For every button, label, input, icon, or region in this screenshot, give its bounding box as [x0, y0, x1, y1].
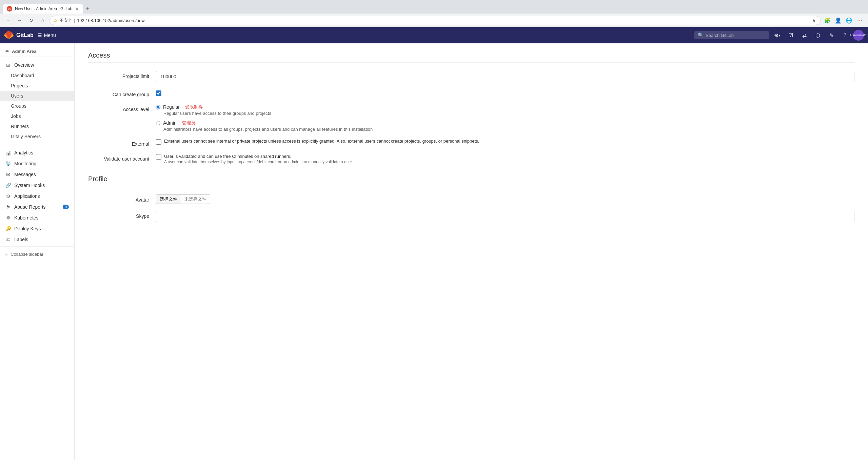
sidebar-separator-2	[0, 246, 74, 247]
more-options-button[interactable]: ⋯	[855, 16, 865, 25]
can-create-group-label: Can create group	[88, 89, 156, 97]
validate-checkbox-wrapper: User is validated and can use free CI mi…	[156, 153, 854, 164]
sidebar-item-system-hooks[interactable]: 🔗 System Hooks	[0, 180, 74, 191]
extensions-button[interactable]: 🧩	[823, 16, 832, 25]
security-label: 不安全	[60, 18, 72, 23]
file-choose-button[interactable]: 选择文件	[156, 194, 181, 204]
gitlab-logo-icon	[4, 30, 14, 40]
sidebar-item-gitaly[interactable]: Gitaly Servers	[0, 131, 74, 142]
abuse-reports-label: Abuse Reports	[14, 204, 59, 210]
user-avatar[interactable]: Administrator	[853, 30, 864, 41]
help-button[interactable]: ?	[840, 30, 850, 41]
skype-label: Skype	[88, 211, 156, 219]
translate-button[interactable]: 🌐	[844, 16, 854, 25]
key-icon: 🔑	[5, 226, 11, 231]
search-icon: 🔍	[698, 33, 704, 38]
menu-label: Menu	[44, 33, 56, 38]
gitlab-logo: GitLab	[4, 30, 34, 40]
regular-radio[interactable]	[156, 105, 160, 109]
messages-label: Messages	[14, 172, 69, 177]
avatar-text: Administrator	[850, 34, 868, 37]
back-button[interactable]: ←	[3, 16, 13, 25]
create-button[interactable]: ⊕ ▾	[772, 30, 783, 41]
external-checkbox[interactable]	[156, 139, 161, 145]
collapse-sidebar-button[interactable]: « Collapse sidebar	[0, 248, 74, 260]
projects-limit-input[interactable]	[156, 71, 854, 82]
sidebar-item-jobs[interactable]: Jobs	[0, 111, 74, 121]
validate-control: User is validated and can use free CI mi…	[156, 153, 854, 164]
admin-label: Admin	[163, 120, 177, 126]
home-button[interactable]: ⌂	[38, 16, 47, 25]
create-dropdown-icon: ▾	[778, 34, 780, 37]
validate-row: Validate user account User is validated …	[88, 153, 854, 164]
sidebar-item-runners[interactable]: Runners	[0, 121, 74, 131]
access-level-row: Access level Regular 受限制得 Regular users …	[88, 104, 854, 132]
hooks-icon: 🔗	[5, 183, 11, 188]
close-tab-button[interactable]: ✕	[75, 6, 79, 12]
overview-icon: ⊞	[5, 62, 11, 68]
access-level-radio-group: Regular 受限制得 Regular users have access t…	[156, 104, 854, 132]
sidebar-item-users[interactable]: Users	[0, 91, 74, 101]
monitoring-label: Monitoring	[14, 161, 69, 166]
main-area: ✏ Admin Area ⊞ Overview Dashboard Projec…	[0, 43, 868, 460]
sidebar-item-groups[interactable]: Groups	[0, 101, 74, 111]
todo-button[interactable]: ☑	[785, 30, 796, 41]
search-bar[interactable]: 🔍	[694, 31, 769, 39]
browser-toolbar-icons: 🧩 👤 🌐 ⋯	[823, 16, 865, 25]
address-bar-icons: ★	[812, 18, 816, 23]
issues-button[interactable]: ⬡	[812, 30, 823, 41]
admin-option: Admin 管理员 Administrators have access to …	[156, 120, 854, 132]
file-no-chosen-label: 未选择文件	[181, 194, 210, 204]
svg-text:G: G	[8, 7, 11, 11]
collapse-label: Collapse sidebar	[11, 252, 43, 257]
browser-tabs: G New User · Admin Area · GitLab ✕ +	[0, 0, 868, 14]
sidebar: ✏ Admin Area ⊞ Overview Dashboard Projec…	[0, 43, 75, 460]
applications-label: Applications	[14, 193, 69, 199]
sidebar-item-kubernetes[interactable]: ☸ Kubernetes	[0, 212, 74, 223]
snippets-button[interactable]: ✎	[826, 30, 837, 41]
sidebar-item-monitoring[interactable]: 📡 Monitoring	[0, 158, 74, 169]
admin-hint: Administrators have access to all groups…	[163, 127, 854, 132]
abuse-reports-badge: 0	[63, 205, 69, 209]
collapse-icon: «	[5, 252, 8, 257]
regular-option: Regular 受限制得 Regular users have access t…	[156, 104, 854, 116]
sidebar-item-dashboard[interactable]: Dashboard	[0, 70, 74, 81]
sidebar-item-projects[interactable]: Projects	[0, 81, 74, 91]
system-hooks-label: System Hooks	[14, 183, 69, 188]
sidebar-item-analytics[interactable]: 📊 Analytics	[0, 147, 74, 158]
search-input[interactable]	[706, 33, 766, 38]
can-create-group-row: Can create group	[88, 89, 854, 97]
admin-radio[interactable]	[156, 121, 160, 125]
menu-button[interactable]: ☰ Menu	[38, 33, 56, 38]
gitlab-header: GitLab ☰ Menu 🔍 ⊕ ▾ ☑ ⇄ ⬡ ✎ ? Administra…	[0, 27, 868, 43]
can-create-group-checkbox[interactable]	[156, 90, 161, 96]
validate-description-wrapper: User is validated and can use free CI mi…	[164, 153, 353, 164]
tab-title: New User · Admin Area · GitLab	[15, 6, 72, 11]
abuse-icon: ⚑	[5, 204, 11, 210]
avatar-row: Avatar 选择文件 未选择文件	[88, 194, 854, 204]
overview-section: ⊞ Overview Dashboard Projects Users Grou…	[0, 57, 74, 144]
forward-button[interactable]: →	[15, 16, 24, 25]
can-create-group-checkbox-wrapper	[156, 89, 854, 96]
sidebar-item-messages[interactable]: ✉ Messages	[0, 169, 74, 180]
sidebar-item-overview[interactable]: ⊞ Overview	[0, 60, 74, 70]
sidebar-item-abuse-reports[interactable]: ⚑ Abuse Reports 0	[0, 202, 74, 212]
profile-button[interactable]: 👤	[833, 16, 843, 25]
sidebar-item-deploy-keys[interactable]: 🔑 Deploy Keys	[0, 223, 74, 234]
new-tab-button[interactable]: +	[83, 4, 92, 14]
header-right: 🔍 ⊕ ▾ ☑ ⇄ ⬡ ✎ ? Administrator	[694, 30, 864, 41]
sidebar-item-labels[interactable]: 🏷 Labels	[0, 234, 74, 245]
sidebar-item-applications[interactable]: ⚙ Applications	[0, 191, 74, 202]
admin-area-label: Admin Area	[12, 49, 36, 54]
merge-requests-button[interactable]: ⇄	[799, 30, 810, 41]
regular-hint: Regular users have access to their group…	[163, 111, 854, 116]
external-description: External users cannot see internal or pr…	[164, 139, 854, 144]
regular-restricted-label: 受限制得	[185, 104, 203, 110]
address-bar[interactable]: ⚠ 不安全 | 192.168.100.152/admin/users/new …	[50, 16, 821, 25]
skype-input[interactable]	[156, 211, 854, 222]
monitoring-icon: 📡	[5, 161, 11, 166]
external-control: External users cannot see internal or pr…	[156, 139, 854, 145]
validate-checkbox[interactable]	[156, 154, 161, 160]
avatar-control: 选择文件 未选择文件	[156, 194, 854, 204]
refresh-button[interactable]: ↻	[26, 16, 36, 25]
